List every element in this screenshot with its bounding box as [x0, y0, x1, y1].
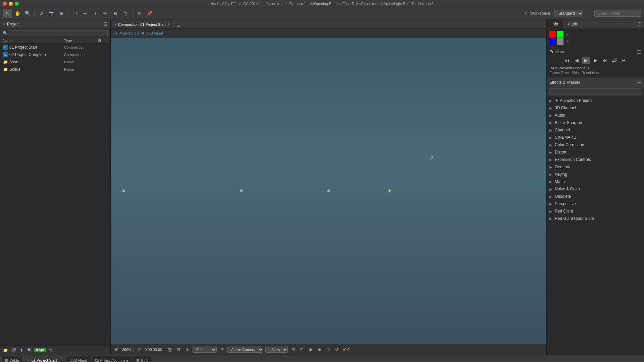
- preview-play[interactable]: ▶: [582, 57, 590, 64]
- text-tool[interactable]: T: [91, 9, 100, 18]
- comp-zoom[interactable]: 200%: [122, 348, 131, 352]
- preview-first-frame[interactable]: ⏮: [564, 57, 571, 64]
- project-item-01-project-start[interactable]: C 01 Project Start Composition: [0, 44, 110, 51]
- effects-cat-audio[interactable]: ▶ Audio: [547, 112, 644, 119]
- tab-audio[interactable]: Audio: [563, 19, 583, 29]
- comp-camera-select[interactable]: Active Camera: [227, 347, 263, 353]
- comp-overlay-icon[interactable]: ◉: [307, 346, 314, 353]
- project-search-input[interactable]: [9, 30, 108, 36]
- search-btn[interactable]: 🔍: [26, 347, 33, 354]
- effects-cat-channel[interactable]: ▶ Channel: [547, 126, 644, 134]
- zoom-tool[interactable]: 🔍: [23, 9, 32, 18]
- preview-audio[interactable]: 🔊: [610, 57, 618, 64]
- cat-label: Expression Controls: [555, 157, 591, 162]
- project-item-02-project-complete[interactable]: C 02 Project Complete Composition: [0, 51, 110, 58]
- cat-label: 3D Channel: [555, 106, 576, 110]
- bpc-badge: 8 bpc: [34, 348, 46, 352]
- workspace-select[interactable]: Standard: [554, 10, 583, 17]
- effects-cat-distort[interactable]: ▶ Distort: [547, 148, 644, 156]
- timeline-tab-02-project-complete[interactable]: 02 Project Complete: [92, 356, 132, 362]
- rect-tool[interactable]: □: [70, 9, 80, 18]
- comp-motion-icon[interactable]: ↺: [333, 346, 340, 353]
- minimize-button[interactable]: [9, 2, 13, 6]
- tab-info[interactable]: Info: [547, 19, 563, 29]
- eraser-tool[interactable]: ◻: [121, 9, 130, 18]
- comp-3d-icon[interactable]: ◈: [316, 346, 323, 353]
- preview-next-frame[interactable]: ▶: [592, 57, 599, 64]
- toolbar-separator-4: [589, 10, 589, 17]
- tab-close[interactable]: ✕: [27, 359, 30, 362]
- comp-tab-active[interactable]: ■ Composition 01 Project Start ✕: [111, 20, 174, 28]
- new-comp-btn[interactable]: 🎬: [10, 347, 17, 354]
- effects-cat-keying[interactable]: ▶ Keying: [547, 171, 644, 178]
- timeline-tab-cable[interactable]: Cable: [1, 356, 23, 362]
- effects-cat-obsolete[interactable]: ▶ Obsolete: [547, 193, 644, 200]
- preview-last-frame[interactable]: ⏭: [601, 57, 608, 64]
- comp-grid-icon[interactable]: ⊞: [290, 346, 297, 353]
- comp-render-icon[interactable]: ◷: [325, 346, 331, 353]
- effects-presets-section: Effects & Presets ☰ ▶ ★ Animation Preset…: [547, 78, 644, 355]
- nav-usb-head[interactable]: USB Head: [146, 31, 163, 35]
- effects-cat-red-giant-color[interactable]: ▶ Red Giant Color Suite: [547, 215, 644, 222]
- hand-tool[interactable]: ✋: [13, 9, 22, 18]
- effects-cat-animation-presets[interactable]: ▶ ★ Animation Presets: [547, 97, 644, 104]
- project-item-assets[interactable]: 📁 Assets Folder: [0, 58, 110, 66]
- effects-cat-expression-controls[interactable]: ▶ Expression Controls: [547, 156, 644, 163]
- maximize-button[interactable]: [15, 2, 19, 6]
- puppet-tool[interactable]: ⊛: [135, 9, 144, 18]
- comp-time-icon[interactable]: ⏱: [136, 346, 143, 353]
- comp-trans-icon[interactable]: ⊕: [184, 346, 191, 353]
- preview-prev-frame[interactable]: ◀: [573, 57, 580, 64]
- clone-tool[interactable]: ⊕: [111, 9, 120, 18]
- search-help-input[interactable]: [594, 10, 641, 17]
- pen-tool[interactable]: ✒: [80, 9, 90, 18]
- settings-tool[interactable]: ⚙: [57, 9, 66, 18]
- preview-menu[interactable]: ☰: [637, 49, 641, 55]
- preview-controls[interactable]: ⏮ ◀ ▶ ▶ ⏭ 🔊 ↩: [549, 57, 641, 64]
- rotate-tool[interactable]: ↺: [37, 9, 46, 18]
- new-folder-btn[interactable]: 📁: [2, 347, 9, 354]
- ram-chevron[interactable]: ▼: [587, 66, 590, 70]
- timeline-tab-usb-head[interactable]: USB Head: [66, 356, 91, 362]
- effects-cat-perspective[interactable]: ▶ Perspective: [547, 200, 644, 207]
- trash-btn[interactable]: 🗑: [48, 347, 54, 354]
- comp-safe-icon[interactable]: ⊡: [299, 346, 305, 353]
- pin-tool[interactable]: 📌: [145, 9, 154, 18]
- project-item-solids[interactable]: 📁 Solids Folder: [0, 66, 110, 73]
- effects-cat-3d-channel[interactable]: ▶ 3D Channel: [547, 104, 644, 112]
- comp-view-icon[interactable]: ⊞: [219, 346, 225, 353]
- import-btn[interactable]: ⬆: [18, 347, 25, 354]
- comp-quality-select[interactable]: Full Half Quarter: [193, 347, 217, 353]
- effects-search-input[interactable]: [549, 88, 641, 95]
- effects-cat-color-correction[interactable]: ▶ Color Correction: [547, 141, 644, 148]
- ram-preview-options[interactable]: RAM Preview Options ▼: [549, 66, 641, 70]
- timeline-tab-01-project-start[interactable]: ✕ 01 Project Start ☰: [23, 356, 65, 362]
- comp-tab-close[interactable]: ✕: [167, 22, 170, 26]
- tab-label: Cable: [9, 358, 19, 362]
- comp-tab-menu[interactable]: ☰: [174, 23, 182, 28]
- brush-tool[interactable]: ✏: [101, 9, 110, 18]
- project-panel-menu[interactable]: ☰: [103, 21, 108, 27]
- comp-viewport[interactable]: ✦ ↗: [111, 38, 546, 344]
- right-tab-menu[interactable]: ☰: [635, 22, 644, 26]
- comp-region-icon[interactable]: ⊡: [175, 346, 182, 353]
- effects-cat-cinema4d[interactable]: ▶ CINEMA 4D: [547, 134, 644, 141]
- tab-menu[interactable]: ☰: [59, 358, 62, 362]
- camera-tool[interactable]: 📷: [47, 9, 56, 18]
- effects-cat-matte[interactable]: ▶ Matte: [547, 178, 644, 185]
- comp-camera-icon[interactable]: 📷: [166, 346, 173, 353]
- comp-settings-icon[interactable]: ⊞: [113, 346, 120, 353]
- select-tool[interactable]: ↖: [3, 9, 12, 18]
- window-controls[interactable]: [3, 2, 19, 6]
- effects-cat-generate[interactable]: ▶ Generate: [547, 163, 644, 171]
- cat-arrow: ▶: [549, 136, 553, 139]
- comp-view-select[interactable]: 1 View: [265, 347, 288, 353]
- nav-comp-name[interactable]: 01 Project Start: [113, 31, 139, 35]
- close-button[interactable]: [3, 2, 7, 6]
- effects-cat-red-giant[interactable]: ▶ Red Giant: [547, 207, 644, 215]
- effects-menu[interactable]: ☰: [637, 80, 641, 85]
- timeline-tab-bulb[interactable]: Bulb: [133, 356, 152, 362]
- effects-cat-blur[interactable]: ▶ Blur & Sharpen: [547, 119, 644, 126]
- preview-loop[interactable]: ↩: [620, 57, 627, 64]
- effects-cat-noise-grain[interactable]: ▶ Noise & Grain: [547, 185, 644, 193]
